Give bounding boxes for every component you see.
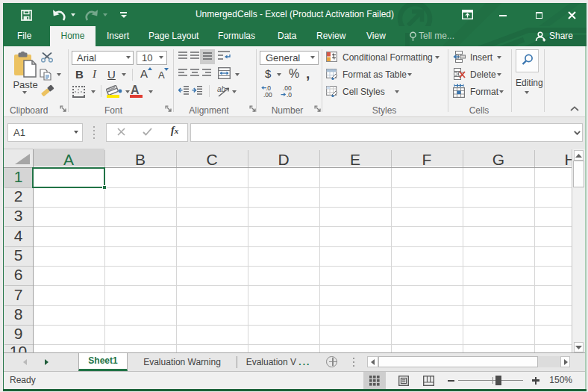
svg-text:.00: .00 (263, 91, 272, 98)
svg-text:.0: .0 (287, 91, 292, 98)
